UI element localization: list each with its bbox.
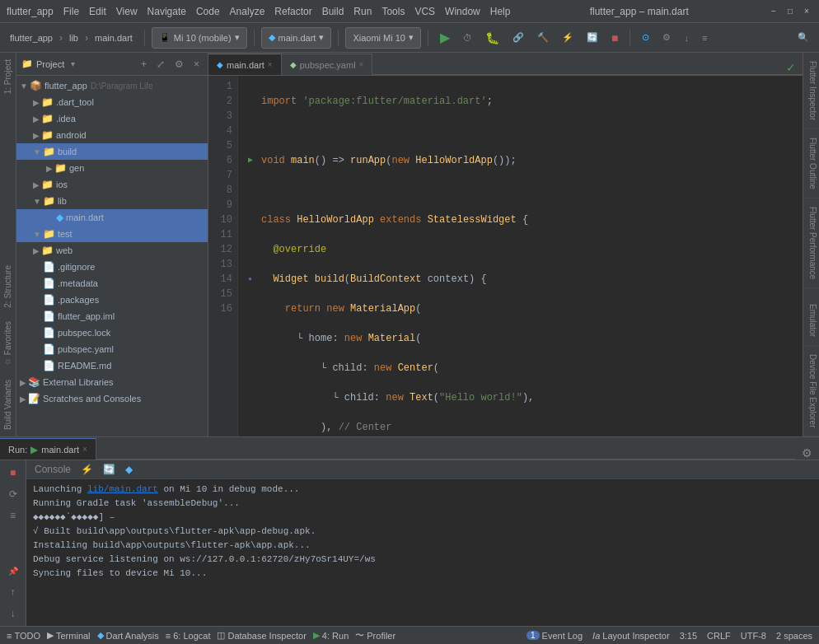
window-controls[interactable]: − □ × — [768, 6, 812, 17]
run-tab[interactable]: Run: ▶ main.dart × — [0, 438, 96, 460]
emulator-button[interactable]: Emulator — [803, 296, 819, 346]
device-dropdown[interactable]: 📱 Mi 10 (mobile) ▾ — [152, 27, 247, 49]
code-editor[interactable]: 1 2 3 4 5 6 7 8 9 10 11 12 13 14 15 16 i… — [208, 76, 803, 436]
tree-item-web[interactable]: ▶ 📁 web — [16, 242, 208, 259]
tree-item-idea[interactable]: ▶ 📁 .idea — [16, 110, 208, 127]
tree-item-readme[interactable]: 📄 README.md — [16, 357, 208, 374]
run-with-coverage-button[interactable]: ⏱ — [458, 27, 477, 49]
flutter-outline-button[interactable]: Flutter Outline — [803, 129, 819, 198]
console-content[interactable]: Launching lib/main.dart on Mi 10 in debu… — [26, 479, 819, 626]
encoding-status[interactable]: UTF-8 — [741, 631, 766, 641]
console-stop-button[interactable]: ■ — [4, 464, 22, 482]
main-dart-breadcrumb[interactable]: main.dart — [90, 27, 138, 49]
tree-item-ios[interactable]: ▶ 📁 ios — [16, 176, 208, 193]
logcat-status[interactable]: ≡ 6: Logcat — [166, 629, 211, 642]
device2-dropdown[interactable]: Xiaomi Mi 10 ▾ — [345, 27, 421, 49]
tab-main-dart-close[interactable]: × — [268, 60, 273, 69]
hot-reload-button[interactable]: ⚡ — [557, 27, 578, 49]
menu-help[interactable]: Help — [490, 6, 511, 17]
menu-code[interactable]: Code — [196, 6, 220, 17]
todo-status[interactable]: ≡ TODO — [7, 629, 40, 642]
menu-flutter-app[interactable]: flutter_app — [7, 6, 54, 17]
tree-item-test[interactable]: ▼ 📁 test — [16, 226, 208, 242]
project-scroll-button[interactable]: ⤢ — [153, 57, 168, 72]
debug-button[interactable]: 🐛 — [480, 27, 504, 49]
project-panel-dropdown-arrow[interactable]: ▾ — [71, 59, 75, 68]
menu-bar[interactable]: flutter_app File Edit View Navigate Code… — [7, 6, 510, 17]
tree-item-lib[interactable]: ▼ 📁 lib — [16, 193, 208, 209]
console-pin-button[interactable]: 📌 — [4, 562, 22, 580]
terminal-status[interactable]: ▶ Terminal — [47, 629, 91, 642]
project-label[interactable]: flutter_app — [5, 27, 58, 49]
code-content[interactable]: import 'package:flutter/material.dart'; … — [238, 76, 803, 436]
tree-item-packages[interactable]: 📄 .packages — [16, 292, 208, 308]
project-tool-button[interactable]: 1: Project — [2, 53, 14, 100]
indent-status[interactable]: 2 spaces — [776, 631, 812, 641]
flutter-inspector-button[interactable]: Flutter Inspector — [803, 53, 819, 129]
run-file-dropdown[interactable]: ◆ main.dart ▾ — [261, 27, 332, 49]
tree-item-pubspec-yaml[interactable]: 📄 pubspec.yaml — [16, 341, 208, 357]
profiler-status[interactable]: 〜 Profiler — [355, 629, 395, 642]
tree-item-external-libs[interactable]: ▶ 📚 External Libraries — [16, 374, 208, 390]
menu-navigate[interactable]: Navigate — [147, 6, 186, 17]
tree-item-metadata[interactable]: 📄 .metadata — [16, 275, 208, 292]
console-toolbar-console[interactable]: Console — [31, 462, 74, 477]
console-up-button[interactable]: ↑ — [4, 583, 22, 601]
tab-pubspec-yaml[interactable]: ◆ pubspec.yaml × — [282, 54, 373, 75]
tree-item-flutter-app[interactable]: ▼ 📦 flutter_app D:\Paragram Life — [16, 77, 208, 94]
tree-item-android[interactable]: ▶ 📁 android — [16, 127, 208, 143]
console-toolbar-dart[interactable]: ◆ — [122, 462, 136, 477]
more-tools-button[interactable]: ≡ — [697, 27, 712, 49]
tree-item-scratches[interactable]: ▶ 📝 Scratches and Consoles — [16, 390, 208, 407]
bottom-settings-button[interactable]: ⚙ — [795, 446, 819, 460]
tree-item-flutter-app-iml[interactable]: 📄 flutter_app.iml — [16, 308, 208, 324]
attach-button[interactable]: 🔗 — [508, 27, 529, 49]
run-button[interactable]: ▶ — [435, 27, 455, 49]
menu-file[interactable]: File — [63, 6, 79, 17]
launch-link[interactable]: lib/main.dart — [87, 484, 158, 494]
device-file-explorer-button[interactable]: Device File Explorer — [803, 346, 819, 436]
console-toolbar-lightning[interactable]: ⚡ — [77, 462, 96, 477]
project-close-button[interactable]: × — [190, 57, 203, 72]
update-button[interactable]: ↓ — [679, 27, 694, 49]
dart-analysis-status[interactable]: ◆ Dart Analysis — [97, 629, 159, 642]
run-status[interactable]: ▶ 4: Run — [313, 629, 349, 642]
project-add-button[interactable]: + — [138, 57, 150, 72]
tab-main-dart[interactable]: ◆ main.dart × — [208, 54, 282, 75]
structure-tool-button[interactable]: 2: Structure — [2, 259, 14, 315]
console-toggle-button[interactable]: ≡ — [4, 506, 22, 525]
minimize-button[interactable]: − — [768, 6, 779, 17]
search-everywhere-button[interactable]: 🔍 — [793, 27, 814, 49]
tree-item-main-dart[interactable]: ◆ main.dart — [16, 209, 208, 226]
lib-label[interactable]: lib — [64, 27, 83, 49]
tree-item-gitignore[interactable]: 📄 .gitignore — [16, 259, 208, 275]
tree-item-build[interactable]: ▼ 📁 build — [16, 143, 208, 160]
tree-item-dart-tool[interactable]: ▶ 📁 .dart_tool — [16, 94, 208, 110]
menu-view[interactable]: View — [116, 6, 138, 17]
flutter-inspector-toolbar-btn[interactable]: ⊙ — [637, 27, 654, 49]
menu-run[interactable]: Run — [353, 6, 372, 17]
cursor-position[interactable]: 3:15 — [680, 631, 697, 641]
menu-tools[interactable]: Tools — [381, 6, 405, 17]
build-button[interactable]: 🔨 — [532, 27, 554, 49]
tree-item-gen[interactable]: ▶ 📁 gen — [16, 160, 208, 176]
event-log-status[interactable]: 1 Event Log — [526, 631, 583, 641]
tree-item-pubspec-lock[interactable]: 📄 pubspec.lock — [16, 324, 208, 341]
menu-window[interactable]: Window — [445, 6, 480, 17]
menu-analyze[interactable]: Analyze — [230, 6, 265, 17]
console-rerun-button[interactable]: ⟳ — [4, 485, 22, 503]
favorites-tool-button[interactable]: ☆ Favorites — [2, 315, 14, 373]
hot-restart-button[interactable]: 🔄 — [582, 27, 603, 49]
menu-vcs[interactable]: VCS — [414, 6, 435, 17]
db-inspector-status[interactable]: ◫ Database Inspector — [217, 629, 306, 642]
project-settings-button[interactable]: ⚙ — [171, 57, 187, 72]
stop-button[interactable]: ■ — [606, 27, 623, 49]
line-ending-status[interactable]: CRLF — [707, 631, 731, 641]
run-tab-close[interactable]: × — [82, 445, 87, 454]
menu-build[interactable]: Build — [322, 6, 344, 17]
console-down-button[interactable]: ↓ — [4, 604, 22, 623]
flutter-performance-button[interactable]: Flutter Performance — [803, 198, 819, 288]
console-toolbar-reload[interactable]: 🔄 — [100, 462, 119, 477]
menu-edit[interactable]: Edit — [89, 6, 106, 17]
tab-pubspec-yaml-close[interactable]: × — [359, 60, 364, 69]
